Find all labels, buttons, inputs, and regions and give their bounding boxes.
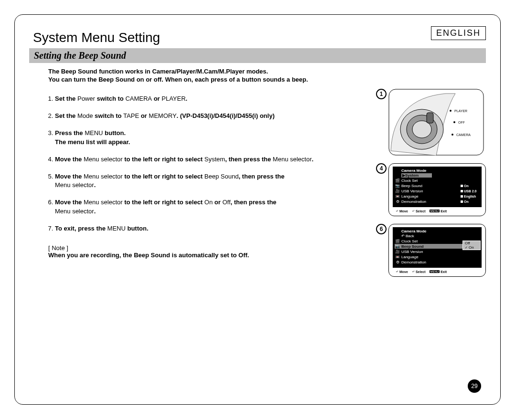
figure-1: 1 PLAYER OFF CAMERA [376, 89, 486, 156]
steps-column: Set the Power switch to CAMERA or PLAYER… [43, 89, 366, 259]
figures-column: 1 PLAYER OFF CAMERA [376, 89, 486, 284]
t: Menu selector [84, 199, 124, 206]
figure-num-4: 4 [376, 163, 387, 174]
t: . (VP-D453(i)/D454(i)/D455(i) only) [177, 112, 275, 119]
row: Clock Set [400, 178, 461, 183]
t: On [204, 199, 213, 206]
t: Menu selector [84, 173, 124, 180]
figure-6: 6 Camera Mode Back 🎬Clock Set 📷Beep Soun… [376, 224, 486, 277]
steps-list: Set the Power switch to CAMERA or PLAYER… [43, 94, 366, 233]
opt-off: Off [463, 241, 480, 245]
step-3: Press the MENU button. The menu list wil… [55, 129, 366, 146]
step-5: Move the Menu selector to the left or ri… [55, 172, 366, 189]
row: Language [400, 255, 461, 259]
step-2: Set the Mode switch to TAPE or MEMORY. (… [55, 112, 366, 120]
t: or [213, 199, 222, 206]
t: Menu selector [55, 208, 94, 215]
t: System [204, 156, 225, 163]
camera-mode-label: Camera Mode [395, 168, 480, 173]
t: , then press the [225, 156, 273, 163]
intro-line-1: The Beep Sound function works in Camera/… [48, 68, 486, 75]
step-7: To exit, press the MENU button. [55, 224, 366, 233]
menu-screen-6: Camera Mode Back 🎬Clock Set 📷Beep Sound … [388, 224, 486, 277]
val: On [464, 184, 469, 188]
svg-point-6 [453, 121, 455, 123]
t: , then press the [231, 199, 277, 206]
t: Menu selector [84, 156, 124, 163]
t: Press the [55, 129, 85, 136]
t: button. [126, 225, 149, 232]
note-block: [ Note ] When you are recording, the Bee… [48, 244, 366, 259]
svg-rect-4 [427, 113, 433, 123]
t: or [139, 112, 149, 119]
option-dropdown: Off On [462, 241, 481, 250]
row: Demonstration [400, 200, 461, 204]
t: MENU [108, 225, 126, 232]
t: Set the [55, 95, 77, 102]
t: Off [222, 199, 230, 206]
move-hint: ⤾ Move [396, 270, 408, 273]
val: On [464, 200, 469, 203]
step-6: Move the Menu selector to the left or ri… [55, 198, 366, 215]
power-switch-diagram: PLAYER OFF CAMERA [388, 89, 484, 156]
switch-label-camera: CAMERA [456, 133, 471, 136]
row: Clock Set [400, 239, 461, 243]
t: button. [103, 129, 126, 136]
t: PLAYER [161, 95, 185, 102]
exit-hint: MENU Exit [430, 209, 447, 213]
figure-num-1: 1 [376, 89, 387, 99]
step-4: Move the Menu selector to the left or ri… [55, 155, 366, 164]
figure-num-6: 6 [376, 224, 387, 234]
t: . [94, 181, 96, 189]
val: USB 2.0 [464, 189, 476, 193]
t: Move the [55, 173, 84, 180]
t: to the left or right to select [124, 199, 204, 206]
select-hint: ⤾ Select [412, 209, 426, 213]
t: , then press the [238, 173, 284, 180]
intro-line-2: You can turn the Beep Sound on or off. W… [48, 76, 486, 83]
t: or [152, 95, 161, 102]
note-label: [ Note ] [48, 244, 366, 252]
system-header: ▶System [401, 173, 432, 178]
menu-screen-4: Camera Mode ▶System 🎬Clock Set 📷Beep Sou… [388, 163, 486, 216]
intro-text: The Beep Sound function works in Camera/… [48, 68, 486, 83]
row: Beep Sound [400, 184, 461, 188]
t: switch to [93, 112, 124, 119]
t: to the left or right to select [124, 173, 204, 180]
note-text: When you are recording, the Beep Sound i… [48, 252, 366, 259]
t: to the left or right to select [124, 156, 204, 163]
select-hint: ⤾ Select [412, 270, 426, 273]
t: To exit, press the [55, 225, 108, 232]
t: MENU [85, 129, 103, 136]
t: Set the [55, 112, 77, 119]
camera-mode-label: Camera Mode [395, 229, 480, 233]
t: Power [77, 95, 95, 102]
row-hl: Beep Sound [400, 244, 461, 249]
opt-on: On [463, 245, 480, 250]
t: TAPE [123, 112, 139, 119]
menu-footer: ⤾ Move ⤾ Select MENU Exit [393, 209, 482, 213]
step-1: Set the Power switch to CAMERA or PLAYER… [55, 94, 366, 103]
row: USB Version [400, 250, 461, 254]
menu-footer: ⤾ Move ⤾ Select MENU Exit [393, 270, 482, 273]
t: Menu selector [273, 156, 312, 163]
t: MEMORY [149, 112, 176, 119]
t: Mode [77, 112, 93, 119]
content-row: Set the Power switch to CAMERA or PLAYER… [29, 89, 486, 284]
t: . [312, 156, 314, 163]
language-tag: ENGLISH [431, 26, 486, 40]
exit-hint: MENU Exit [430, 270, 447, 273]
t: CAMERA [125, 95, 152, 102]
page-title: System Menu Setting [33, 30, 486, 45]
svg-point-7 [452, 134, 453, 136]
row: USB Version [400, 189, 461, 193]
t: Menu selector [55, 181, 94, 189]
manual-page: ENGLISH System Menu Setting Setting the … [14, 14, 501, 405]
move-hint: ⤾ Move [396, 209, 408, 213]
t: Beep Sound [204, 173, 239, 180]
page-number: 29 [468, 379, 481, 393]
t: . [186, 95, 188, 102]
switch-label-player: PLAYER [454, 109, 467, 113]
val: English [464, 195, 476, 198]
row: Language [400, 194, 461, 199]
